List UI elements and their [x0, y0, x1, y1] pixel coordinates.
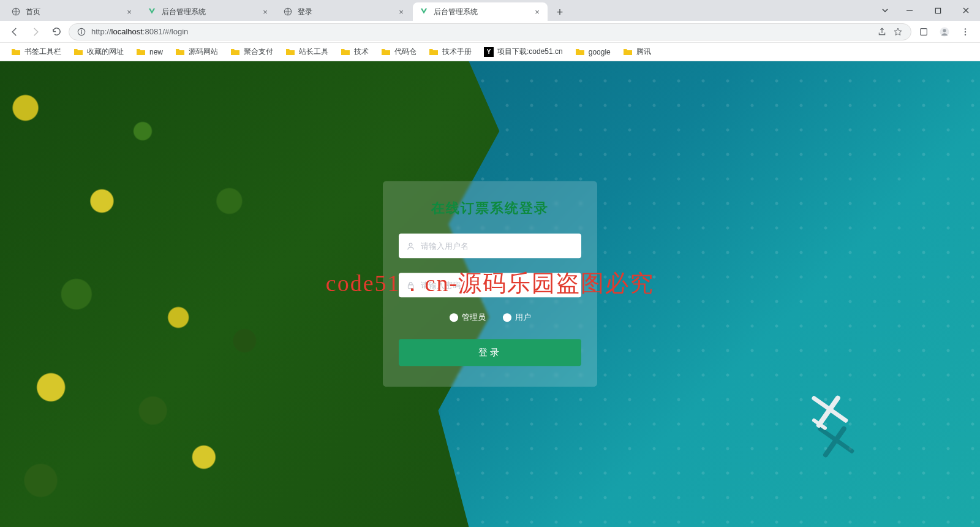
- forward-button[interactable]: [27, 23, 44, 40]
- close-icon[interactable]: ×: [397, 7, 405, 16]
- bookmark-item[interactable]: google: [570, 45, 616, 59]
- password-input[interactable]: [421, 281, 574, 290]
- new-tab-button[interactable]: +: [551, 4, 568, 21]
- role-radio-group: 管理员 用户: [399, 312, 581, 323]
- svg-rect-13: [408, 284, 413, 288]
- folder-icon: [136, 47, 146, 57]
- bookmark-item[interactable]: 源码网站: [170, 45, 223, 59]
- close-icon[interactable]: ×: [533, 7, 541, 16]
- bookmark-item[interactable]: 站长工具: [281, 45, 333, 59]
- browser-toolbar: http://localhost:8081/#/login: [0, 21, 980, 43]
- folder-icon: [175, 47, 185, 57]
- folder-icon: [11, 47, 21, 57]
- bookmark-star-icon[interactable]: [892, 23, 903, 40]
- tab-title: 后台管理系统: [434, 7, 528, 17]
- address-bar[interactable]: http://localhost:8081/#/login: [69, 23, 911, 40]
- window-controls: [875, 0, 980, 21]
- svg-rect-2: [935, 8, 940, 13]
- vue-icon: [147, 7, 157, 17]
- share-icon[interactable]: [876, 23, 888, 40]
- site-icon: Y: [484, 47, 494, 57]
- browser-tabstrip: 首页 × 后台管理系统 × 登录 × 后台管理系统 × +: [0, 0, 980, 21]
- svg-rect-5: [81, 31, 81, 34]
- bookmark-item[interactable]: 书签工具栏: [6, 45, 66, 59]
- radio-icon: [450, 313, 458, 322]
- vue-icon: [419, 7, 429, 17]
- svg-point-10: [965, 31, 966, 32]
- bookmark-item[interactable]: 技术: [336, 45, 374, 59]
- tab-title: 首页: [26, 7, 120, 17]
- folder-icon: [230, 47, 240, 57]
- login-card: 在线订票系统登录 管理员 用户 登录: [383, 181, 597, 387]
- globe-icon: [283, 7, 293, 17]
- role-option-admin[interactable]: 管理员: [450, 312, 486, 323]
- browser-tab[interactable]: 后台管理系统 ×: [141, 2, 276, 21]
- extensions-icon[interactable]: [915, 23, 932, 40]
- bookmark-item[interactable]: 收藏的网址: [69, 45, 129, 59]
- folder-icon: [575, 47, 585, 57]
- folder-icon: [429, 47, 439, 57]
- profile-avatar-icon[interactable]: [936, 23, 953, 40]
- folder-icon: [285, 47, 295, 57]
- svg-point-11: [965, 34, 966, 35]
- folder-icon: [74, 47, 83, 57]
- bookmark-item[interactable]: 聚合支付: [225, 45, 278, 59]
- bookmark-item[interactable]: 技术手册: [424, 45, 477, 59]
- window-close-icon[interactable]: [952, 0, 980, 21]
- tab-search-icon[interactable]: [875, 0, 895, 21]
- login-title: 在线订票系统登录: [399, 199, 581, 218]
- close-icon[interactable]: ×: [125, 7, 134, 16]
- window-minimize-icon[interactable]: [895, 0, 924, 21]
- svg-point-12: [409, 243, 412, 246]
- address-url: http://localhost:8081/#/login: [91, 27, 872, 36]
- tab-title: 后台管理系统: [162, 7, 256, 17]
- svg-rect-6: [921, 28, 927, 35]
- browser-tab-active[interactable]: 后台管理系统 ×: [413, 2, 548, 21]
- tab-title: 登录: [298, 7, 392, 17]
- user-icon: [406, 241, 415, 250]
- folder-icon: [623, 47, 633, 57]
- browser-tab[interactable]: 首页 ×: [5, 2, 140, 21]
- svg-point-4: [81, 29, 82, 31]
- role-option-user[interactable]: 用户: [503, 312, 531, 323]
- browser-tab[interactable]: 登录 ×: [277, 2, 412, 21]
- folder-icon: [381, 47, 391, 57]
- svg-point-8: [943, 29, 946, 32]
- bookmark-item[interactable]: 腾讯: [618, 45, 656, 59]
- bookmark-item[interactable]: 代码仓: [376, 45, 421, 59]
- back-button[interactable]: [6, 23, 23, 40]
- close-icon[interactable]: ×: [261, 7, 270, 16]
- kebab-menu-icon[interactable]: [957, 23, 974, 40]
- bookmarks-bar: 书签工具栏 收藏的网址 new 源码网站 聚合支付 站长工具 技术 代码仓 技术…: [0, 43, 980, 61]
- radio-icon: [503, 313, 511, 322]
- site-info-icon[interactable]: [77, 27, 86, 37]
- reload-button[interactable]: [48, 23, 65, 40]
- page-viewport: 在线订票系统登录 管理员 用户 登录 code51．cn-源码乐园盗: [0, 61, 980, 527]
- globe-icon: [11, 7, 21, 17]
- password-field[interactable]: [399, 273, 581, 297]
- login-button[interactable]: 登录: [399, 339, 581, 366]
- username-input[interactable]: [421, 241, 574, 251]
- bookmark-item[interactable]: new: [131, 45, 168, 59]
- window-maximize-icon[interactable]: [924, 0, 952, 21]
- bookmark-item[interactable]: Y项目下载:code51.cn: [479, 45, 568, 59]
- lock-icon: [406, 281, 415, 289]
- folder-icon: [341, 47, 350, 57]
- username-field[interactable]: [399, 233, 581, 258]
- svg-point-9: [965, 28, 966, 29]
